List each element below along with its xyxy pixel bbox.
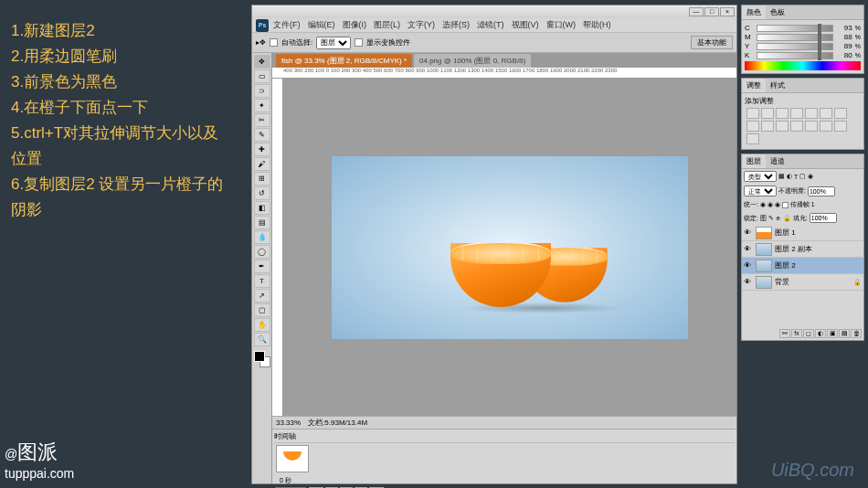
adj-levels-icon[interactable] xyxy=(761,108,774,119)
zoom-level[interactable]: 33.33% xyxy=(276,419,301,427)
visibility-icon[interactable]: 👁 xyxy=(744,245,753,253)
layer-name[interactable]: 图层 2 副本 xyxy=(775,244,812,254)
layer-row[interactable]: 👁图层 1 xyxy=(742,225,863,241)
gradient-tool[interactable]: ▤ xyxy=(254,216,270,229)
anim-frame-1[interactable] xyxy=(276,445,309,472)
adj-bw-icon[interactable] xyxy=(834,108,847,119)
layer-mask-icon[interactable]: ◻ xyxy=(803,329,814,338)
lock-icons[interactable]: 图 ✎ ⊕ 🔒 xyxy=(760,214,791,223)
adjust-tab[interactable]: 调整 xyxy=(742,79,766,92)
color-swatch[interactable] xyxy=(254,351,270,367)
new-layer-icon[interactable]: ▤ xyxy=(839,329,850,338)
adj-vibrance-icon[interactable] xyxy=(805,108,818,119)
filter-icon-4[interactable]: ▢ xyxy=(799,173,806,180)
lasso-tool[interactable]: ⊃ xyxy=(254,84,270,98)
layer-row[interactable]: 👁图层 2 xyxy=(742,258,863,274)
new-fill-icon[interactable]: ◐ xyxy=(815,329,826,338)
layers-tab[interactable]: 图层 xyxy=(742,154,766,168)
adj-lookup-icon[interactable] xyxy=(776,121,789,132)
path-tool[interactable]: ↗ xyxy=(254,289,270,302)
show-transform-checkbox[interactable] xyxy=(355,38,363,47)
doc-tab-2[interactable]: 04.png @ 100% (图层 0, RGB/8) xyxy=(414,54,531,68)
layer-name[interactable]: 背景 xyxy=(775,277,789,287)
adj-poster-icon[interactable] xyxy=(805,121,818,132)
y-value[interactable]: 89 xyxy=(836,42,852,50)
adj-hue-icon[interactable] xyxy=(820,108,832,119)
adj-select-icon[interactable] xyxy=(746,133,759,144)
unify-icons[interactable]: ◉ ◉ ◉ xyxy=(760,201,780,208)
frame-duration[interactable]: 0 秒 xyxy=(280,476,735,485)
visibility-icon[interactable]: 👁 xyxy=(744,261,753,270)
styles-tab[interactable]: 样式 xyxy=(766,79,789,92)
foreground-color[interactable] xyxy=(254,351,265,362)
auto-select-dropdown[interactable]: 图层 xyxy=(316,37,351,49)
menu-help[interactable]: 帮助(H) xyxy=(580,19,614,31)
c-value[interactable]: 93 xyxy=(836,24,852,32)
heal-tool[interactable]: ✚ xyxy=(254,143,270,156)
workspace-switcher[interactable]: 基本功能 xyxy=(691,36,733,49)
crop-tool[interactable]: ✂ xyxy=(254,113,270,127)
maximize-button[interactable]: □ xyxy=(704,7,719,16)
menu-image[interactable]: 图像(I) xyxy=(340,19,370,31)
adj-curves-icon[interactable] xyxy=(776,108,789,119)
auto-select-checkbox[interactable] xyxy=(270,38,278,47)
brush-tool[interactable]: 🖌 xyxy=(254,157,270,171)
menu-type[interactable]: 文字(Y) xyxy=(405,19,438,31)
new-group-icon[interactable]: ▣ xyxy=(827,329,838,338)
k-value[interactable]: 80 xyxy=(836,51,852,59)
shape-tool[interactable]: ▢ xyxy=(254,303,270,317)
doc-tab-1[interactable]: fish @ 33.3% (图层 2, RGB/8/CMYK) * xyxy=(276,54,412,68)
minimize-button[interactable]: — xyxy=(689,7,704,16)
marquee-tool[interactable]: ▭ xyxy=(254,69,270,83)
link-layers-icon[interactable]: ⚯ xyxy=(779,329,790,338)
menu-select[interactable]: 选择(S) xyxy=(439,19,472,31)
wand-tool[interactable]: ✦ xyxy=(254,99,270,112)
blur-tool[interactable]: 💧 xyxy=(254,230,270,244)
blend-mode[interactable]: 正常 xyxy=(744,186,777,196)
hand-tool[interactable]: ✋ xyxy=(254,318,270,332)
k-slider[interactable] xyxy=(757,52,833,59)
layer-name[interactable]: 图层 1 xyxy=(775,228,796,238)
dodge-tool[interactable]: ◯ xyxy=(254,245,270,259)
adj-exposure-icon[interactable] xyxy=(790,108,803,119)
pen-tool[interactable]: ✒ xyxy=(254,260,270,273)
layer-fx-icon[interactable]: fx xyxy=(791,329,802,338)
filter-icon-2[interactable]: ◐ xyxy=(787,173,792,180)
type-tool[interactable]: T xyxy=(254,274,270,288)
menu-window[interactable]: 窗口(W) xyxy=(544,19,579,31)
move-tool[interactable]: ✥ xyxy=(254,55,270,69)
adj-mixer-icon[interactable] xyxy=(761,121,774,132)
zoom-tool[interactable]: 🔍 xyxy=(254,333,270,346)
adj-invert-icon[interactable] xyxy=(790,121,803,132)
eraser-tool[interactable]: ◧ xyxy=(254,201,270,215)
adj-photo-icon[interactable] xyxy=(746,121,759,132)
layer-row[interactable]: 👁背景🔒 xyxy=(742,274,863,291)
menu-file[interactable]: 文件(F) xyxy=(270,19,303,31)
close-button[interactable]: × xyxy=(720,7,735,16)
propagate-checkbox[interactable] xyxy=(782,202,789,208)
visibility-icon[interactable]: 👁 xyxy=(744,278,753,286)
layer-row[interactable]: 👁图层 2 副本 xyxy=(742,241,863,258)
fill-input[interactable] xyxy=(810,213,837,223)
filter-icon-3[interactable]: T xyxy=(794,174,798,180)
visibility-icon[interactable]: 👁 xyxy=(744,228,753,237)
menu-edit[interactable]: 编辑(E) xyxy=(305,19,338,31)
color-tab[interactable]: 颜色 xyxy=(742,5,766,19)
swatches-tab[interactable]: 色板 xyxy=(766,5,789,19)
y-slider[interactable] xyxy=(757,43,833,50)
m-value[interactable]: 88 xyxy=(836,33,852,41)
opacity-input[interactable] xyxy=(808,186,835,196)
adj-gradmap-icon[interactable] xyxy=(834,121,847,132)
history-brush-tool[interactable]: ↺ xyxy=(254,186,270,200)
canvas-area[interactable] xyxy=(283,79,736,416)
channels-tab[interactable]: 通道 xyxy=(766,154,789,168)
layer-name[interactable]: 图层 2 xyxy=(775,260,796,271)
stamp-tool[interactable]: ⊞ xyxy=(254,172,270,186)
c-slider[interactable] xyxy=(757,25,833,32)
color-spectrum[interactable] xyxy=(745,61,861,70)
layer-filter-kind[interactable]: 类型 xyxy=(744,171,777,182)
adj-thresh-icon[interactable] xyxy=(820,121,832,132)
eyedropper-tool[interactable]: ✎ xyxy=(254,128,270,142)
m-slider[interactable] xyxy=(757,34,833,41)
delete-layer-icon[interactable]: 🗑 xyxy=(851,329,862,338)
